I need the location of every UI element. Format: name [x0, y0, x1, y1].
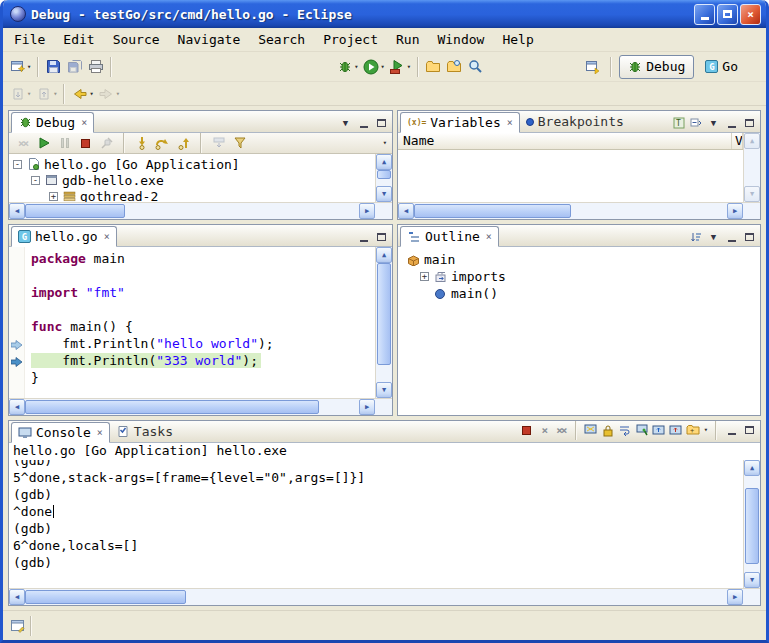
debug-button[interactable]: ▾: [334, 55, 360, 79]
open-resource-button[interactable]: [423, 55, 444, 79]
drop-to-frame-icon[interactable]: [210, 135, 227, 152]
debug-vertical-scrollbar[interactable]: ▲ ▼: [375, 154, 392, 202]
tab-breakpoints[interactable]: Breakpoints: [520, 111, 630, 132]
scroll-left-icon[interactable]: ◀: [9, 399, 25, 415]
use-step-filters-icon[interactable]: [231, 135, 248, 152]
open-console-icon[interactable]: +: [686, 423, 700, 437]
menu-window[interactable]: Window: [428, 30, 493, 49]
console-horizontal-scrollbar[interactable]: ◀ ▶: [9, 588, 743, 605]
expander-expand-icon[interactable]: +: [49, 192, 58, 201]
collapse-all-icon[interactable]: [689, 116, 703, 130]
scroll-lock-icon[interactable]: [601, 423, 615, 437]
scroll-left-icon[interactable]: ◀: [9, 589, 25, 605]
scroll-down-icon[interactable]: ▼: [376, 186, 392, 202]
menu-project[interactable]: Project: [314, 30, 387, 49]
close-tab-icon[interactable]: ×: [104, 232, 110, 242]
editor-gutter[interactable]: [9, 247, 25, 398]
minimize-view-icon[interactable]: [356, 116, 371, 130]
save-button[interactable]: [43, 55, 64, 79]
external-tools-button[interactable]: ▾: [387, 55, 413, 79]
terminate-icon[interactable]: [77, 135, 94, 152]
sort-icon[interactable]: [689, 230, 703, 244]
scroll-up-icon[interactable]: ▲: [376, 154, 392, 170]
clear-console-icon[interactable]: [584, 423, 598, 437]
expander-expand-icon[interactable]: +: [420, 272, 429, 281]
open-perspective-button[interactable]: [582, 55, 603, 79]
close-button[interactable]: ×: [740, 4, 761, 25]
remove-all-terminated-icon[interactable]: ××: [14, 135, 31, 152]
perspective-go-button[interactable]: G Go: [697, 55, 746, 79]
show-type-names-icon[interactable]: T: [672, 116, 686, 130]
remove-all-terminated-icon[interactable]: ××: [554, 423, 568, 437]
resume-icon[interactable]: [35, 135, 52, 152]
scroll-right-icon[interactable]: ▶: [359, 203, 375, 219]
menu-navigate[interactable]: Navigate: [169, 30, 250, 49]
code-area[interactable]: package main import "fmt" func main() { …: [25, 247, 375, 398]
scroll-right-icon[interactable]: ▶: [359, 399, 375, 415]
forward-button[interactable]: ▾: [96, 82, 122, 106]
minimize-view-icon[interactable]: [724, 230, 739, 244]
editor-horizontal-scrollbar[interactable]: ◀ ▶: [9, 398, 375, 415]
maximize-view-icon[interactable]: [374, 116, 389, 130]
suspend-icon[interactable]: [56, 135, 73, 152]
menu-source[interactable]: Source: [104, 30, 169, 49]
menu-search[interactable]: Search: [249, 30, 314, 49]
outline-item-package[interactable]: main: [398, 251, 760, 268]
scrollbar-thumb[interactable]: [377, 263, 391, 365]
minimize-view-icon[interactable]: [724, 423, 739, 437]
debug-tree-item-process[interactable]: - gdb-hello.exe: [9, 172, 375, 188]
tab-outline[interactable]: Outline ×: [400, 226, 499, 247]
menu-run[interactable]: Run: [387, 30, 428, 49]
expander-collapse-icon[interactable]: -: [13, 160, 22, 169]
editor-vertical-scrollbar[interactable]: ▲ ▼: [375, 247, 392, 398]
scroll-down-icon[interactable]: ▼: [744, 572, 760, 588]
scrollbar-thumb[interactable]: [745, 488, 759, 565]
tab-debug[interactable]: Debug ×: [11, 112, 94, 133]
word-wrap-icon[interactable]: [618, 423, 632, 437]
variables-horizontal-scrollbar[interactable]: ◀ ▶: [398, 202, 743, 219]
print-button[interactable]: [85, 55, 106, 79]
debug-tree-item-launch[interactable]: - hello.go [Go Application]: [9, 156, 375, 172]
back-button[interactable]: ▾: [69, 82, 95, 106]
close-tab-icon[interactable]: ×: [81, 118, 87, 128]
minimize-button[interactable]: [694, 4, 715, 25]
close-tab-icon[interactable]: ×: [507, 118, 513, 128]
scroll-left-icon[interactable]: ◀: [398, 203, 414, 219]
tab-tasks[interactable]: Tasks: [110, 421, 179, 442]
step-into-icon[interactable]: [133, 135, 150, 152]
maximize-view-icon[interactable]: [742, 116, 757, 130]
scroll-right-icon[interactable]: ▶: [727, 203, 743, 219]
outline-item-imports[interactable]: + imports: [398, 268, 760, 285]
console-output[interactable]: (gdb) 5^done,stack-args=[frame={level="0…: [9, 460, 743, 588]
tab-variables[interactable]: (x)= Variables ×: [400, 112, 520, 133]
terminate-console-icon[interactable]: [520, 423, 534, 437]
scroll-right-icon[interactable]: ▶: [727, 589, 743, 605]
console-vertical-scrollbar[interactable]: ▲ ▼: [743, 460, 760, 588]
previous-annotation-button[interactable]: ▾: [33, 82, 59, 106]
scroll-up-icon[interactable]: ▲: [744, 460, 760, 476]
step-return-icon[interactable]: [175, 135, 192, 152]
step-over-icon[interactable]: [154, 135, 171, 152]
menu-edit[interactable]: Edit: [54, 30, 103, 49]
search-button[interactable]: [465, 55, 486, 79]
maximize-view-icon[interactable]: [742, 423, 757, 437]
debug-tree-item-thread[interactable]: + gothread-2: [9, 188, 375, 202]
scroll-down-icon[interactable]: ▼: [376, 382, 392, 398]
close-tab-icon[interactable]: ×: [97, 428, 103, 438]
minimize-view-icon[interactable]: [356, 230, 371, 244]
scrollbar-thumb[interactable]: [25, 204, 125, 218]
menu-help[interactable]: Help: [493, 30, 542, 49]
show-stderr-icon[interactable]: [669, 423, 683, 437]
dropdown-arrow-icon[interactable]: ▾: [704, 426, 708, 434]
expander-collapse-icon[interactable]: -: [31, 176, 40, 185]
scroll-up-icon[interactable]: ▲: [376, 247, 392, 263]
fast-view-icon[interactable]: [9, 617, 26, 634]
outline-item-main-func[interactable]: main(): [398, 285, 760, 302]
view-menu-icon[interactable]: ▼: [706, 230, 721, 244]
next-annotation-button[interactable]: ▾: [7, 82, 33, 106]
show-stdout-icon[interactable]: [652, 423, 666, 437]
maximize-view-icon[interactable]: [742, 230, 757, 244]
menu-file[interactable]: File: [5, 30, 54, 49]
minimize-view-icon[interactable]: [724, 116, 739, 130]
open-file-button[interactable]: [444, 55, 465, 79]
